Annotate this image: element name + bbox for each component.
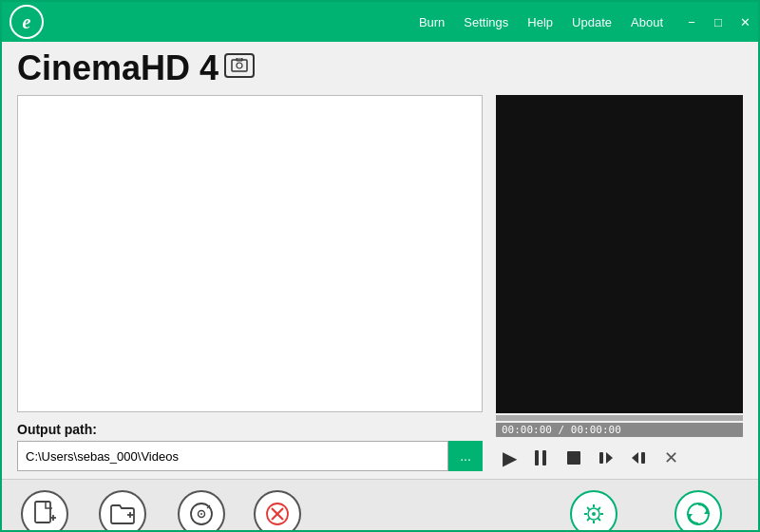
skip-to-end-button[interactable] bbox=[625, 445, 652, 471]
play-button[interactable]: ▶ bbox=[496, 445, 522, 471]
add-dvd-icon bbox=[178, 490, 225, 533]
clear-list-button[interactable]: Clear list bbox=[254, 490, 301, 533]
menu-bar: Burn Settings Help Update About bbox=[409, 2, 673, 42]
svg-rect-10 bbox=[35, 502, 50, 522]
app-title: CinemaHD 4 bbox=[17, 51, 218, 86]
close-button[interactable]: ✕ bbox=[732, 2, 758, 42]
menu-settings[interactable]: Settings bbox=[454, 2, 518, 42]
menu-update[interactable]: Update bbox=[562, 2, 621, 42]
file-list[interactable] bbox=[17, 95, 483, 412]
svg-rect-5 bbox=[567, 451, 580, 465]
menu-burn[interactable]: Burn bbox=[409, 2, 454, 42]
output-format-button[interactable]: Output format bbox=[559, 490, 628, 533]
output-path-row: ... bbox=[17, 441, 483, 471]
bottom-toolbar: Add file Add folder Add DVD bbox=[2, 479, 758, 532]
svg-point-17 bbox=[200, 513, 202, 515]
svg-rect-9 bbox=[641, 452, 645, 464]
browse-button[interactable]: ... bbox=[448, 441, 483, 471]
output-path-input[interactable] bbox=[17, 441, 448, 471]
clear-list-icon bbox=[254, 490, 301, 533]
output-path-label: Output path: bbox=[17, 422, 483, 437]
preview-area: 00:00:00 / 00:00:00 ▶ ✕ bbox=[496, 95, 743, 471]
logo-area: e bbox=[10, 5, 49, 39]
add-file-button[interactable]: Add file bbox=[21, 490, 68, 533]
add-file-icon bbox=[21, 490, 68, 533]
menu-about[interactable]: About bbox=[621, 2, 673, 42]
skip-to-start-button[interactable] bbox=[593, 445, 619, 471]
add-folder-button[interactable]: Add folder bbox=[97, 490, 149, 533]
time-display: 00:00:00 / 00:00:00 bbox=[496, 423, 743, 437]
add-dvd-button[interactable]: Add DVD bbox=[178, 490, 225, 533]
maximize-button[interactable]: □ bbox=[705, 2, 732, 42]
app-logo: e bbox=[10, 5, 44, 39]
svg-marker-6 bbox=[606, 452, 613, 464]
start-conversion-button[interactable]: Start conversion bbox=[656, 490, 739, 533]
progress-bar bbox=[496, 415, 743, 421]
eject-button[interactable]: ✕ bbox=[657, 445, 684, 471]
pause-button[interactable] bbox=[528, 445, 555, 471]
add-folder-icon bbox=[99, 490, 146, 533]
svg-rect-3 bbox=[535, 450, 539, 466]
minimize-button[interactable]: − bbox=[678, 2, 705, 42]
svg-point-1 bbox=[237, 63, 242, 68]
svg-rect-4 bbox=[542, 450, 546, 466]
playback-controls: ▶ ✕ bbox=[496, 445, 743, 471]
svg-rect-7 bbox=[599, 452, 603, 464]
window-controls: − □ ✕ bbox=[678, 2, 758, 42]
menu-help[interactable]: Help bbox=[518, 2, 562, 42]
main-content: CinemaHD 4 Output path: ... 00:00 bbox=[2, 42, 758, 479]
titlebar: e Burn Settings Help Update About − □ ✕ bbox=[2, 2, 758, 42]
svg-marker-8 bbox=[632, 452, 638, 464]
svg-rect-0 bbox=[232, 60, 247, 71]
screenshot-icon bbox=[224, 53, 255, 78]
svg-point-23 bbox=[592, 512, 596, 516]
start-conversion-icon bbox=[674, 490, 722, 533]
output-format-icon bbox=[570, 490, 618, 533]
stop-button[interactable] bbox=[560, 445, 587, 471]
app-title-row: CinemaHD 4 bbox=[17, 51, 743, 86]
file-list-area: Output path: ... bbox=[17, 95, 483, 471]
video-preview bbox=[496, 95, 743, 413]
content-row: Output path: ... 00:00:00 / 00:00:00 ▶ bbox=[17, 95, 743, 471]
